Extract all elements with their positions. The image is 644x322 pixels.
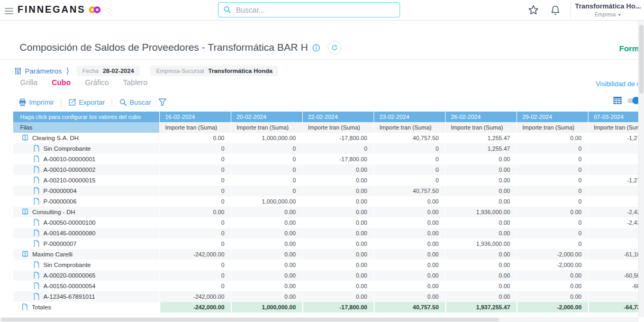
column-header[interactable]: 20-02-2024	[231, 112, 302, 122]
cell-value: 0.00	[516, 270, 588, 281]
cell-value: 0	[516, 228, 588, 238]
finnegans-logo: FINNEGANS	[17, 4, 101, 15]
row-label[interactable]: Sin Comprobante	[13, 260, 159, 270]
cell-value: 0	[374, 154, 445, 164]
cell-value: 1,936,000.00	[445, 238, 516, 249]
tab-grilla[interactable]: Grilla	[20, 78, 38, 87]
column-header[interactable]: 07-03-2024	[588, 112, 644, 122]
cell-value: -1,27	[588, 175, 644, 186]
row-label[interactable]: Consulting - DH	[13, 207, 159, 217]
cell-value: -242,000.00	[159, 249, 231, 260]
print-button[interactable]: Imprimir	[19, 98, 54, 106]
param-chip-0[interactable]: Fecha 28-02-2024	[77, 66, 140, 76]
chevron-right-icon[interactable]: ⟩	[66, 66, 69, 76]
measure-header[interactable]: Importe tran (Suma)	[516, 122, 588, 133]
row-label[interactable]: A-00010-00000001	[13, 154, 159, 164]
row-label[interactable]: Maximo Carelli	[13, 249, 159, 260]
page: FINNEGANS Transformática Ho... Empresa ▼	[0, 0, 644, 322]
row-label[interactable]: Clearing S.A. DH	[13, 133, 159, 143]
info-icon[interactable]	[312, 44, 320, 52]
rows-header[interactable]: Filas	[13, 122, 159, 133]
table-row: P-0000000700.000.000.001,936,000.000	[13, 238, 644, 249]
column-header[interactable]: 22-02-2024	[302, 112, 374, 122]
search-icon	[119, 98, 127, 106]
vertical-scrollbar[interactable]	[638, 21, 644, 317]
cell-value: 0.00	[302, 238, 374, 249]
table-row: Clearing S.A. DH0.001,000,000.00-17,800.…	[13, 133, 644, 143]
cell-value: -242,000.00	[159, 291, 231, 302]
param-chip-1[interactable]: Empresa-Sucursal Transformática Honda	[150, 66, 278, 76]
cell-value: 40,757.50	[374, 186, 445, 196]
vertical-scrollbar-thumb[interactable]	[639, 25, 643, 94]
cell-value: 0.00	[374, 270, 445, 281]
cell-value	[588, 164, 644, 175]
company-selector[interactable]: Transformática Ho... Empresa ▼	[574, 2, 642, 17]
table-search-button[interactable]: Buscar	[119, 98, 151, 106]
table-row: P-00000004000.0040,757.500.000	[13, 186, 644, 196]
cell-value: -2,000.00	[516, 302, 588, 312]
document-icon	[33, 240, 40, 248]
cell-value: -17,800.00	[302, 133, 374, 143]
row-label[interactable]: Sin Comprobante	[13, 143, 159, 154]
measure-header[interactable]: Importe tran (Suma)	[588, 122, 644, 133]
measure-header[interactable]: Importe tran (Suma)	[302, 122, 374, 133]
toolbar-divider	[112, 98, 112, 106]
cell-value: 0.00	[374, 196, 445, 207]
cell-value: 0	[516, 143, 588, 154]
menu-icon[interactable]	[5, 6, 13, 16]
filter-funnel-icon[interactable]	[158, 98, 167, 106]
global-search[interactable]	[218, 2, 400, 17]
horizontal-scrollbar[interactable]	[0, 317, 639, 322]
tab-tablero[interactable]: Tablero	[123, 78, 148, 87]
column-header[interactable]: 16-02-2024	[159, 112, 231, 122]
dimension-book-icon	[22, 208, 29, 216]
cell-value: -1,27	[588, 133, 644, 143]
export-button[interactable]: Exportar	[68, 98, 105, 106]
cell-value: 0.00	[302, 175, 374, 186]
cell-value: 0.00	[445, 175, 516, 186]
row-label[interactable]: A-00010-00000002	[13, 164, 159, 175]
cell-value: 0	[374, 143, 445, 154]
measure-header[interactable]: Importe tran (Suma)	[159, 122, 231, 133]
divider	[0, 59, 644, 60]
compact-toggle[interactable]	[628, 98, 639, 103]
row-label[interactable]: P-00000006	[13, 196, 159, 207]
favorites-star-icon[interactable]	[527, 4, 540, 18]
field-visibility-link[interactable]: Visibilidad de campos	[596, 80, 644, 88]
document-icon	[33, 166, 40, 174]
column-header[interactable]: 23-02-2024	[374, 112, 445, 122]
grid-view-icon[interactable]	[613, 96, 622, 105]
column-header[interactable]: 26-02-2024	[445, 112, 516, 122]
refresh-button[interactable]	[328, 41, 341, 54]
cell-value: 0.00	[302, 217, 374, 228]
notifications-bell-icon[interactable]	[549, 4, 561, 18]
cube-config-header[interactable]: Haga click para configurar los valores d…	[13, 112, 159, 122]
measure-header[interactable]: Importe tran (Suma)	[445, 122, 516, 133]
table-row: A-00010-0000000100-17,800.0000.000	[13, 154, 644, 164]
row-label[interactable]: A-00020-00000065	[13, 270, 159, 281]
tab-cubo[interactable]: Cubo	[52, 78, 71, 87]
column-header[interactable]: 29-02-2024	[516, 112, 588, 122]
row-label[interactable]: P-00000007	[13, 238, 159, 249]
cell-value: 0.00	[231, 291, 302, 302]
cell-value: 0.00	[374, 207, 445, 217]
row-label[interactable]: P-00000004	[13, 186, 159, 196]
row-label[interactable]: A-12345-67891011	[13, 291, 159, 302]
cell-value: 0.00	[302, 291, 374, 302]
cell-value: 0	[516, 238, 588, 249]
measure-header[interactable]: Importe tran (Suma)	[231, 122, 302, 133]
horizontal-scrollbar-thumb[interactable]	[1, 318, 499, 321]
parameters-button[interactable]: Parámetros	[14, 67, 62, 75]
row-label[interactable]: A-00145-00000080	[13, 228, 159, 238]
cube-toolbar: Imprimir Exportar Buscar	[19, 96, 167, 108]
search-input[interactable]	[235, 5, 400, 15]
cell-value: 0.00	[445, 154, 516, 164]
row-label[interactable]: A-00050-00000100	[13, 217, 159, 228]
cell-value: -64,73	[588, 302, 644, 312]
row-label[interactable]: A-00150-00000054	[13, 281, 159, 291]
measure-header[interactable]: Importe tran (Suma)	[374, 122, 445, 133]
cell-value: 0.00	[445, 196, 516, 207]
row-label[interactable]: A-00210-00000015	[13, 175, 159, 186]
row-label[interactable]: Totales	[13, 302, 159, 312]
tab-gráfico[interactable]: Gráfico	[85, 78, 108, 87]
